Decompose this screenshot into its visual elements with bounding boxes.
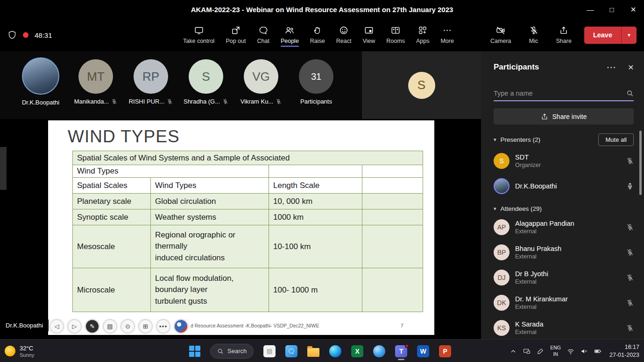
table-cell: 10, 000 km — [269, 194, 362, 209]
take-control-button[interactable]: Take control — [178, 22, 219, 48]
file-explorer-icon[interactable] — [307, 348, 319, 357]
participant-row-boopathi[interactable]: Dr.K.Boopathi — [494, 176, 634, 196]
video-strip: Dr.K.Boopathi MT Manikanda... RP RISHI P… — [0, 51, 481, 119]
video-tile-rishi[interactable]: RP RISHI PUR... — [123, 51, 178, 119]
mic-off-icon — [222, 98, 228, 104]
presenters-section-header[interactable]: ▾ Presenters (2) Mute all — [494, 133, 634, 146]
widgets-app-icon[interactable]: ▤ — [263, 345, 276, 357]
previous-slide-button[interactable]: ◁ — [50, 320, 63, 333]
share-button[interactable]: Share — [551, 22, 577, 48]
volume-icon[interactable] — [580, 348, 588, 355]
maximize-button[interactable]: □ — [601, 0, 623, 19]
window-titlebar: AKAM-2022-23 - Webinar on Wind Resource … — [0, 0, 644, 19]
avatar: DJ — [494, 270, 510, 285]
word-app-icon[interactable]: W — [417, 345, 429, 357]
avatar: VG — [244, 59, 278, 94]
participant-row[interactable]: DJ Dr B Jyothi External — [494, 267, 634, 288]
meeting-timer: 48:31 — [35, 31, 52, 39]
mic-on-icon[interactable] — [626, 182, 634, 190]
chat-icon — [259, 26, 268, 35]
pop-out-icon — [231, 26, 241, 35]
powerpoint-app-icon[interactable]: P — [439, 345, 451, 357]
chat-icon — [288, 348, 295, 355]
shield-icon — [7, 30, 17, 40]
participant-name: Dr.K.Boopathi — [22, 99, 59, 106]
start-button[interactable] — [189, 346, 200, 357]
leave-button[interactable]: Leave — [584, 31, 621, 39]
teams-app-icon[interactable]: T — [395, 345, 407, 357]
active-app-indicator — [398, 359, 404, 360]
view-button[interactable]: View — [357, 22, 380, 48]
tray-chevron-up-icon[interactable] — [510, 348, 517, 355]
mic-off-icon[interactable] — [626, 274, 634, 281]
language-indicator[interactable]: ENG IN — [550, 345, 561, 357]
mute-all-button[interactable]: Mute all — [598, 133, 634, 146]
mic-off-icon[interactable] — [626, 223, 634, 231]
pen-button[interactable]: ✎ — [86, 320, 99, 333]
rooms-button[interactable]: Rooms — [381, 22, 410, 48]
weather-widget[interactable]: 32°C Sunny — [5, 340, 34, 362]
participants-count-tile[interactable]: 31 Participants — [289, 51, 344, 119]
participant-row[interactable]: KS K Sarada External — [494, 318, 634, 338]
apps-button[interactable]: Apps — [411, 22, 435, 48]
video-tile-shradha[interactable]: S Shradha (G... — [178, 51, 234, 119]
mic-off-icon[interactable] — [626, 324, 634, 332]
attendees-section-header[interactable]: ▾ Attendees (29) — [494, 205, 634, 212]
mic-off-icon[interactable] — [626, 249, 634, 256]
toolbar-buttons: Take control Pop out Chat People Raise R… — [178, 19, 459, 51]
slide-title: WIND TYPES — [68, 127, 434, 146]
taskbar-search[interactable]: Search — [210, 344, 254, 359]
meeting-toolbar: 48:31 Take control Pop out Chat People R… — [0, 19, 644, 51]
table-caption: Spatial Scales of Wind Systems and a Sam… — [73, 151, 423, 165]
pop-out-button[interactable]: Pop out — [220, 22, 251, 48]
wifi-icon[interactable] — [567, 348, 574, 355]
camera-button[interactable]: Camera — [485, 22, 516, 48]
button-label: React — [336, 38, 352, 44]
battery-icon[interactable] — [594, 348, 602, 355]
participant-name: Bhanu Prakash — [515, 245, 626, 252]
next-slide-button[interactable]: ▷ — [68, 320, 81, 333]
grid-view-button[interactable]: ▤ — [104, 320, 116, 333]
search-input[interactable] — [494, 90, 626, 97]
cast-display-icon[interactable] — [523, 348, 531, 355]
clock[interactable]: 16:17 27-01-2023 — [609, 343, 639, 359]
panel-close-icon[interactable]: × — [628, 62, 634, 73]
close-button[interactable]: × — [623, 0, 644, 19]
react-button[interactable]: React — [331, 22, 357, 48]
avatar: S — [408, 72, 435, 99]
search-field — [494, 90, 634, 101]
mic-off-icon[interactable] — [626, 299, 634, 306]
chat-button[interactable]: Chat — [252, 22, 275, 48]
participant-row[interactable]: AP Alagappan Pandian External — [494, 217, 634, 237]
spotlight-tile[interactable]: S — [362, 51, 481, 119]
panel-more-icon[interactable]: ⋯ — [607, 62, 616, 73]
excel-app-icon[interactable]: X — [351, 345, 363, 357]
leave-options-button[interactable]: ▾ — [622, 32, 637, 38]
blue-app-icon[interactable] — [373, 345, 385, 357]
participant-row-sdt[interactable]: S SDT Organizer — [494, 151, 634, 171]
participant-row[interactable]: BP Bhanu Prakash External — [494, 242, 634, 263]
minimize-button[interactable]: — — [580, 0, 601, 19]
participant-row[interactable]: DK Dr. M Kirankumar External — [494, 292, 634, 313]
pen-icon[interactable] — [537, 348, 544, 355]
mic-button[interactable]: Mic — [524, 22, 544, 48]
laser-pointer-button[interactable]: ⊙ — [121, 320, 134, 333]
column-header: Spatial Scales — [73, 178, 151, 194]
mic-off-icon[interactable] — [626, 157, 634, 165]
video-tile-manikanda[interactable]: MT Manikanda... — [68, 51, 123, 119]
layout-button[interactable]: ⊞ — [139, 320, 152, 333]
people-button[interactable]: People — [276, 22, 304, 48]
scrollbar[interactable] — [639, 131, 642, 195]
table-cell — [362, 165, 423, 178]
chat-app-icon[interactable] — [285, 345, 297, 357]
video-tile-boopathi[interactable]: Dr.K.Boopathi — [13, 51, 68, 119]
button-label: Rooms — [386, 38, 405, 44]
participant-name: Dr. M Kirankumar — [515, 295, 626, 303]
share-invite-button[interactable]: Share invite — [494, 108, 634, 125]
meeting-status: 48:31 — [7, 19, 52, 51]
raise-hand-button[interactable]: Raise — [305, 22, 330, 48]
more-options-button[interactable]: ●●● — [157, 320, 170, 333]
more-button[interactable]: ⋯ More — [435, 22, 459, 48]
video-tile-vikram[interactable]: VG Vikram Ku... — [234, 51, 289, 119]
edge-browser-icon[interactable] — [329, 345, 341, 357]
